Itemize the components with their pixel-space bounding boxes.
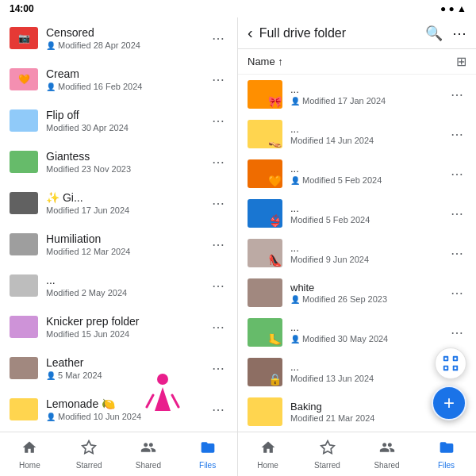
nav-item-starred2[interactable]: Starred xyxy=(298,432,357,476)
right-folder-thumb: 👡 xyxy=(248,120,282,148)
right-folder-item[interactable]: 👠 ... Modified 9 Jun 2024 ⋯ xyxy=(238,233,476,273)
right-folder-thumb xyxy=(248,278,282,307)
folder-more-button[interactable]: ⋯ xyxy=(209,234,228,255)
shared-icon: 👤 xyxy=(290,335,300,344)
nav-item-files2[interactable]: Files xyxy=(416,432,476,476)
shared2-nav-label: Shared xyxy=(374,461,399,470)
folder-more-button[interactable]: ⋯ xyxy=(209,28,228,49)
folder-icon xyxy=(10,316,38,338)
right-folder-item[interactable]: white 👤 Modified 26 Sep 2023 ⋯ xyxy=(238,273,476,313)
left-folder-item[interactable]: 🧡 Cream 👤 Modified 16 Feb 2024 ⋯ xyxy=(0,59,237,100)
folder-icon xyxy=(10,151,38,173)
svg-rect-0 xyxy=(444,357,448,361)
right-folder-more-button[interactable]: ⋯ xyxy=(447,243,466,264)
folder-more-button[interactable]: ⋯ xyxy=(209,317,228,338)
sort-label[interactable]: Name ↑ xyxy=(248,56,283,67)
right-folder-item[interactable]: 👡 ... Modified 14 Jun 2024 ⋯ xyxy=(238,114,476,154)
grid-view-icon[interactable]: ⊞ xyxy=(456,54,466,69)
right-folder-meta: 👤 Modified 5 Feb 2024 xyxy=(290,175,447,185)
right-folder-more-button[interactable]: ⋯ xyxy=(447,282,466,304)
folder-more-button[interactable]: ⋯ xyxy=(209,152,228,173)
right-folder-info: ... 👤 Modified 17 Jan 2024 xyxy=(290,83,447,106)
right-folder-name: ... xyxy=(290,83,447,95)
folder-more-button[interactable]: ⋯ xyxy=(209,358,228,379)
starred-nav-label: Starred xyxy=(76,461,102,470)
right-folder-modified: Modified 9 Jun 2024 xyxy=(290,255,369,264)
left-folder-item[interactable]: ✨ Gi... Modified 17 Jun 2024 ⋯ xyxy=(0,182,237,224)
right-folder-item[interactable]: 🦶 ... 👤 Modified 30 May 2024 ⋯ xyxy=(238,313,476,352)
folder-modified: Modified 23 Nov 2023 xyxy=(46,164,131,174)
nav-left: Home Starred Shared Files xyxy=(0,432,238,476)
left-folder-item[interactable]: Leather 👤 5 Mar 2024 ⋯ xyxy=(0,347,237,389)
right-folder-meta: Modified 9 Jun 2024 xyxy=(290,255,447,264)
right-folder-name: ... xyxy=(290,123,447,135)
folder-icon: 🧡 xyxy=(10,68,38,90)
main-container: 📷 Censored 👤 Modified 28 Apr 2024 ⋯ 🧡 Cr… xyxy=(0,17,476,432)
right-folder-modified: Modified 26 Sep 2023 xyxy=(302,294,387,304)
folder-more-button[interactable]: ⋯ xyxy=(209,193,228,214)
starred2-nav-label: Starred xyxy=(314,461,340,470)
right-folder-info: white 👤 Modified 26 Sep 2023 xyxy=(290,282,447,304)
folder-meta: Modified 17 Jun 2024 xyxy=(46,205,209,215)
add-fab-button[interactable]: + xyxy=(432,386,466,420)
folder-icon xyxy=(10,233,38,255)
folder-modified: 5 Mar 2024 xyxy=(58,370,102,380)
folder-more-button[interactable]: ⋯ xyxy=(209,110,228,132)
shared-nav-icon xyxy=(140,440,156,459)
nav-right: Home Starred Shared Files xyxy=(238,432,476,476)
folder-icon xyxy=(10,274,38,297)
folder-more-button[interactable]: ⋯ xyxy=(209,69,228,90)
right-folder-info: ... Modified 5 Feb 2024 xyxy=(290,202,447,225)
back-button[interactable]: ‹ xyxy=(248,24,253,42)
right-folder-item[interactable]: 👙 ... Modified 5 Feb 2024 ⋯ xyxy=(238,194,476,233)
left-folder-item[interactable]: 📷 Censored 👤 Modified 28 Apr 2024 ⋯ xyxy=(0,17,237,59)
nav-item-home2[interactable]: Home xyxy=(238,432,298,476)
shared-icon: 👤 xyxy=(46,41,56,50)
folder-info: ✨ Gi... Modified 17 Jun 2024 xyxy=(46,191,209,215)
home-nav-icon xyxy=(21,440,37,459)
right-folder-modified: Modified 21 Mar 2024 xyxy=(290,413,374,423)
left-folder-item[interactable]: ... Modified 2 May 2024 ⋯ xyxy=(0,265,237,306)
home2-nav-label: Home xyxy=(257,461,278,470)
left-folder-item[interactable]: Humiliation Modified 12 Mar 2024 ⋯ xyxy=(0,224,237,265)
right-folder-item[interactable]: 🎀 ... 👤 Modified 17 Jan 2024 ⋯ xyxy=(238,75,476,114)
nav-item-starred[interactable]: Starred xyxy=(60,432,119,476)
nav-item-shared[interactable]: Shared xyxy=(119,432,178,476)
left-folder-item[interactable]: Giantess Modified 23 Nov 2023 ⋯ xyxy=(0,141,237,182)
folder-more-button[interactable]: ⋯ xyxy=(209,275,228,297)
folder-more-button[interactable]: ⋯ xyxy=(209,399,228,420)
shared-icon: 👤 xyxy=(46,413,56,421)
nav-item-shared2[interactable]: Shared xyxy=(357,432,416,476)
right-folder-more-button[interactable]: ⋯ xyxy=(447,84,466,106)
right-panel-title: Full drive folder xyxy=(259,26,419,40)
status-icons: ● ● ▲ xyxy=(440,3,466,14)
right-folder-more-button[interactable]: ⋯ xyxy=(447,124,466,145)
right-folder-item[interactable]: 🧡 ... 👤 Modified 5 Feb 2024 ⋯ xyxy=(238,154,476,194)
thumb-emoji: 👡 xyxy=(268,135,282,148)
folder-name: Knicker prep folder xyxy=(46,315,209,328)
folder-meta: Modified 12 Mar 2024 xyxy=(46,247,209,256)
left-folder-item[interactable]: Lemonade 🍋 👤 Modified 10 Jun 2024 ⋯ xyxy=(0,389,237,430)
left-folder-item[interactable]: Knicker prep folder Modified 15 Jun 2024… xyxy=(0,306,237,347)
search-icon[interactable]: 🔍 xyxy=(425,25,443,42)
right-folder-info: ... Modified 9 Jun 2024 xyxy=(290,242,447,264)
right-folder-more-button[interactable]: ⋯ xyxy=(447,322,466,344)
nav-item-files[interactable]: Files xyxy=(178,432,237,476)
status-bar: 14:00 ● ● ▲ xyxy=(0,0,476,17)
folder-meta: Modified 23 Nov 2023 xyxy=(46,164,209,174)
left-folder-item[interactable]: Flip off Modified 30 Apr 2024 ⋯ xyxy=(0,100,237,141)
folder-name: ✨ Gi... xyxy=(46,191,209,204)
right-folder-name: white xyxy=(290,282,447,294)
right-folder-more-button[interactable]: ⋯ xyxy=(447,203,466,225)
scan-fab-button[interactable] xyxy=(435,347,466,379)
folder-modified: Modified 2 May 2024 xyxy=(46,288,127,298)
folder-meta: 👤 Modified 16 Feb 2024 xyxy=(46,82,209,91)
svg-rect-2 xyxy=(444,367,448,370)
left-folder-item[interactable]: Lingerie or bodysuits Modified 29 May 20… xyxy=(0,430,237,432)
more-options-icon[interactable]: ⋯ xyxy=(452,25,466,42)
nav-item-home[interactable]: Home xyxy=(0,432,60,476)
right-folder-meta: Modified 5 Feb 2024 xyxy=(290,215,447,225)
right-folder-more-button[interactable]: ⋯ xyxy=(447,163,466,185)
folder-modified: Modified 17 Jun 2024 xyxy=(46,205,129,215)
right-folder-thumb: 🦶 xyxy=(248,318,282,347)
